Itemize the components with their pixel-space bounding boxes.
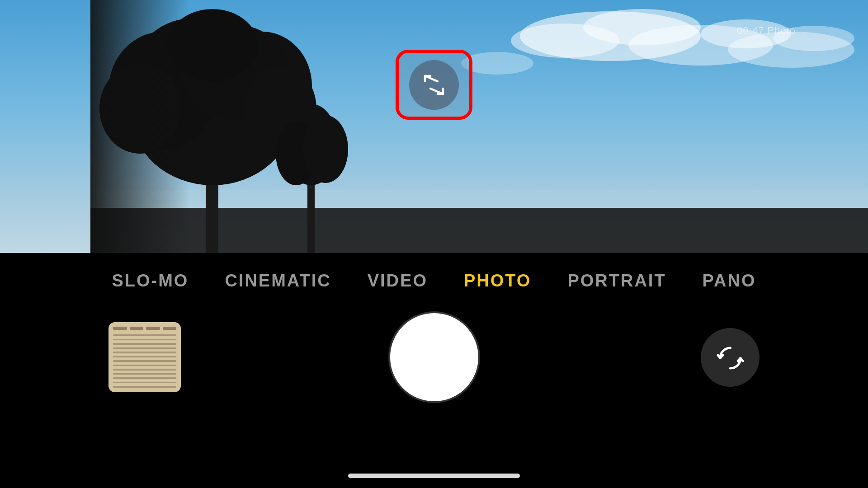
home-indicator (348, 474, 520, 478)
flip-camera-icon (716, 343, 745, 372)
flip-camera-button[interactable] (701, 328, 760, 387)
shutter-button[interactable] (390, 313, 478, 401)
mode-selector: SLO-MO CINEMATIC VIDEO PHOTO PORTRAIT PA… (0, 258, 868, 309)
svg-rect-23 (90, 208, 868, 253)
mode-photo[interactable]: PHOTO (464, 271, 531, 291)
svg-point-3 (511, 23, 619, 58)
top-right-info: 00:47 Photo (737, 25, 796, 37)
mode-cinematic[interactable]: CINEMATIC (225, 271, 331, 291)
svg-rect-24 (90, 0, 190, 253)
mode-pano[interactable]: PANO (703, 271, 756, 291)
resize-expand-button[interactable] (409, 60, 459, 110)
shutter-inner (395, 318, 474, 397)
viewfinder: 00:47 Photo (0, 0, 868, 253)
mode-portrait[interactable]: PORTRAIT (567, 271, 666, 291)
gallery-thumbnail[interactable] (108, 322, 181, 392)
svg-point-22 (303, 115, 348, 183)
resize-expand-icon (420, 71, 448, 99)
mode-video[interactable]: VIDEO (368, 271, 428, 291)
mode-slo-mo[interactable]: SLO-MO (112, 271, 189, 291)
camera-controls: SLO-MO CINEMATIC VIDEO PHOTO PORTRAIT PA… (0, 253, 868, 488)
shutter-row (0, 313, 868, 401)
resize-button-highlight (396, 50, 472, 120)
